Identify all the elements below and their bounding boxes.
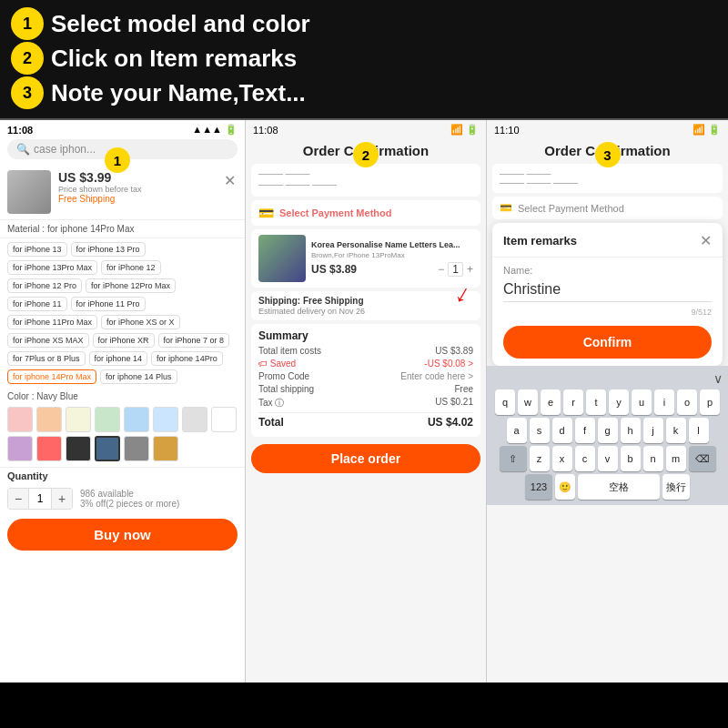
- model-option[interactable]: for iPhone 13 Pro: [71, 242, 146, 257]
- panel3-statusbar: 11:10 📶 🔋: [487, 120, 728, 139]
- payment-text: Select Payment Method: [279, 207, 391, 218]
- summary-promo[interactable]: Promo Code Enter code here >: [258, 371, 473, 381]
- keyboard-key[interactable]: 🙂: [555, 474, 575, 500]
- available-text: 986 available 3% off(2 pieces or more): [80, 489, 179, 509]
- color-swatch[interactable]: [36, 436, 62, 461]
- instruction-3: 3 Note your Name,Text...: [11, 76, 717, 109]
- keyboard-key[interactable]: a: [507, 418, 527, 443]
- model-option[interactable]: for iPhone 7 or 8: [158, 333, 230, 348]
- product-thumbnail: [7, 170, 51, 214]
- color-swatch[interactable]: [95, 436, 120, 461]
- keyboard-key[interactable]: k: [666, 418, 686, 443]
- place-order-button[interactable]: Place order: [251, 444, 480, 473]
- model-option[interactable]: for iPhone XS or X: [101, 315, 180, 329]
- modal-char-count: 9/512: [492, 306, 723, 318]
- keyboard-key[interactable]: ⌫: [689, 446, 716, 471]
- product-card-info: Korea Personalise Name Letters Lea... Br…: [311, 240, 473, 277]
- keyboard-key[interactable]: 換行: [662, 474, 690, 500]
- model-option[interactable]: for iPhone XR: [93, 333, 155, 348]
- keyboard-key[interactable]: i: [654, 389, 674, 415]
- quantity-increase-button[interactable]: +: [52, 489, 72, 509]
- panel2-product-card: Korea Personalise Name Letters Lea... Br…: [251, 229, 480, 288]
- keyboard-key[interactable]: g: [598, 418, 618, 443]
- model-option[interactable]: for iPhone 13Pro Max: [7, 260, 97, 275]
- model-option[interactable]: for iPhone 13: [7, 242, 67, 257]
- keyboard-chevron-icon[interactable]: ∨: [713, 371, 723, 386]
- plus-icon[interactable]: +: [467, 263, 473, 276]
- close-button[interactable]: ✕: [222, 170, 238, 191]
- product-card-qty[interactable]: − 1 +: [438, 262, 473, 277]
- model-option[interactable]: for iPhone 11Pro Max: [7, 315, 97, 329]
- keyboard-key[interactable]: p: [700, 389, 720, 415]
- keyboard-key[interactable]: q: [495, 389, 515, 415]
- color-swatch[interactable]: [153, 407, 178, 432]
- keyboard-key[interactable]: h: [621, 418, 641, 443]
- color-swatch[interactable]: [66, 407, 91, 432]
- keyboard-key[interactable]: y: [609, 389, 629, 415]
- keyboard-key[interactable]: 空格: [578, 474, 660, 500]
- keyboard-key[interactable]: e: [541, 389, 561, 415]
- model-option[interactable]: for iPhone XS MAX: [7, 333, 89, 348]
- keyboard-key[interactable]: d: [552, 418, 572, 443]
- keyboard-key[interactable]: n: [643, 446, 663, 471]
- color-swatch[interactable]: [211, 407, 237, 432]
- color-swatch[interactable]: [182, 407, 207, 432]
- keyboard-key[interactable]: o: [677, 389, 697, 415]
- modal-confirm-button[interactable]: Confirm: [503, 326, 712, 359]
- color-swatch[interactable]: [124, 436, 149, 461]
- quantity-value: 1: [28, 489, 52, 509]
- model-option[interactable]: for iPhone 11 Pro: [71, 297, 146, 311]
- model-option[interactable]: for iPhone 12 Pro: [7, 278, 82, 293]
- color-swatch[interactable]: [124, 407, 149, 432]
- keyboard-key[interactable]: s: [530, 418, 550, 443]
- minus-icon[interactable]: −: [438, 263, 444, 276]
- quantity-decrease-button[interactable]: −: [8, 489, 28, 509]
- keyboard-key[interactable]: m: [666, 446, 686, 471]
- color-swatch[interactable]: [153, 436, 178, 461]
- color-swatches: [0, 405, 245, 463]
- panel2-icons: 📶 🔋: [450, 124, 479, 136]
- keyboard-key[interactable]: ⇧: [500, 446, 527, 471]
- keyboard-key[interactable]: b: [621, 446, 641, 471]
- keyboard-key[interactable]: t: [586, 389, 606, 415]
- search-icon: 🔍: [16, 143, 30, 156]
- keyboard-key[interactable]: x: [552, 446, 572, 471]
- model-option[interactable]: for iPhone 12Pro Max: [86, 278, 176, 293]
- model-option[interactable]: for 7Plus or 8 Plus: [7, 351, 86, 366]
- keyboard-key[interactable]: c: [575, 446, 595, 471]
- model-option[interactable]: for iphone 14Pro Max: [7, 369, 96, 384]
- model-option[interactable]: for iphone 14 Plus: [100, 369, 177, 384]
- keyboard-key[interactable]: j: [643, 418, 663, 443]
- color-swatch[interactable]: [7, 436, 33, 461]
- keyboard-key[interactable]: r: [563, 389, 583, 415]
- qty-value: 1: [448, 262, 463, 277]
- model-option[interactable]: for iphone 14Pro: [151, 351, 223, 366]
- summary-tax: Tax ⓘ US $0.21: [258, 397, 473, 410]
- modal-input-area[interactable]: Christine: [503, 278, 712, 302]
- keyboard-key[interactable]: f: [575, 418, 595, 443]
- model-option[interactable]: for iPhone 11: [7, 297, 67, 311]
- quantity-row: − 1 + 986 available 3% off(2 pieces or m…: [0, 484, 245, 513]
- quantity-control[interactable]: − 1 +: [7, 488, 73, 510]
- model-option[interactable]: for iPhone 12: [101, 260, 161, 275]
- material-row: Material : for iphone 14Pro Max: [0, 220, 245, 238]
- panel2-payment[interactable]: 💳 Select Payment Method: [251, 200, 480, 226]
- model-option[interactable]: for iphone 14: [89, 351, 148, 366]
- color-swatch[interactable]: [36, 407, 62, 432]
- keyboard-key[interactable]: u: [632, 389, 652, 415]
- keyboard-key[interactable]: w: [518, 389, 538, 415]
- shipping-info: Shipping: Free Shipping Estimated delive…: [251, 291, 480, 320]
- modal-close-button[interactable]: ✕: [700, 232, 712, 249]
- keyboard-key[interactable]: v: [598, 446, 618, 471]
- color-swatch[interactable]: [66, 436, 91, 461]
- addr-line1: ——— ———: [258, 169, 473, 178]
- keyboard-key[interactable]: z: [530, 446, 550, 471]
- color-swatch[interactable]: [7, 407, 33, 432]
- buy-now-button[interactable]: Buy now: [7, 519, 238, 551]
- panel3-payment[interactable]: 💳 Select Payment Method: [492, 197, 723, 219]
- step-badge-2: 2: [11, 42, 44, 75]
- color-swatch[interactable]: [95, 407, 120, 432]
- keyboard-key[interactable]: 123: [525, 474, 552, 500]
- panel1-statusbar: 11:08 ▲▲▲ 🔋: [0, 120, 245, 139]
- keyboard-key[interactable]: l: [689, 418, 709, 443]
